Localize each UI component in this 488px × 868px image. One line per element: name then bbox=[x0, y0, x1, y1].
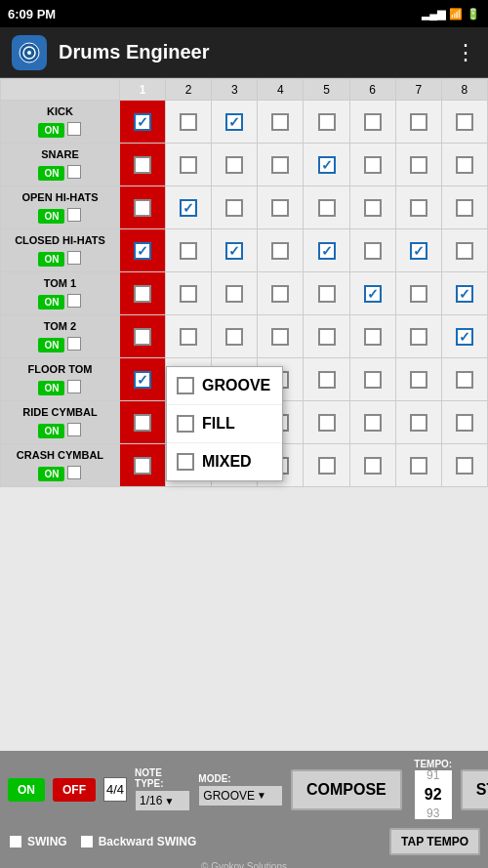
beat-checkbox-unchecked[interactable] bbox=[271, 199, 289, 217]
mode-select[interactable]: GROOVE ▼ bbox=[198, 785, 283, 806]
beat-5-cell-7[interactable] bbox=[304, 401, 349, 444]
beat-checkbox-unchecked[interactable] bbox=[134, 285, 151, 303]
dropdown-cb-fill[interactable] bbox=[177, 415, 194, 433]
beat-checkbox-unchecked[interactable] bbox=[180, 328, 197, 346]
beat-8-cell-0[interactable] bbox=[441, 101, 487, 144]
drum-on-button[interactable]: ON bbox=[38, 424, 64, 438]
beat-checkbox-unchecked[interactable] bbox=[271, 113, 289, 131]
beat-5-cell-6[interactable] bbox=[304, 358, 349, 401]
beat-8-cell-6[interactable] bbox=[441, 358, 487, 401]
beat-4-cell-1[interactable] bbox=[258, 144, 304, 186]
beat-2-cell-4[interactable] bbox=[166, 272, 212, 315]
beat-8-cell-8[interactable] bbox=[441, 444, 487, 487]
beat-7-cell-1[interactable] bbox=[395, 144, 441, 186]
beat-checkbox-unchecked[interactable] bbox=[318, 414, 336, 432]
beat-checkbox-checked[interactable]: ✓ bbox=[318, 156, 336, 174]
beat-1-cell-7[interactable] bbox=[119, 401, 165, 444]
beat-7-cell-3[interactable]: ✓ bbox=[395, 229, 441, 272]
beat-5-cell-3[interactable]: ✓ bbox=[304, 229, 349, 272]
beat-checkbox-unchecked[interactable] bbox=[364, 371, 382, 389]
beat-checkbox-unchecked[interactable] bbox=[364, 156, 382, 174]
beat-5-cell-5[interactable] bbox=[304, 315, 349, 358]
beat-8-cell-5[interactable]: ✓ bbox=[441, 315, 487, 358]
beat-3-cell-1[interactable] bbox=[212, 144, 258, 186]
beat-8-cell-7[interactable] bbox=[441, 401, 487, 444]
backward-swing-checkbox[interactable] bbox=[79, 834, 95, 849]
beat-checkbox-checked[interactable]: ✓ bbox=[225, 113, 243, 131]
beat-2-cell-3[interactable] bbox=[166, 229, 212, 272]
beat-1-cell-4[interactable] bbox=[119, 272, 165, 315]
beat-checkbox-unchecked[interactable] bbox=[180, 156, 197, 174]
beat-1-cell-2[interactable] bbox=[119, 186, 165, 229]
beat-checkbox-unchecked[interactable] bbox=[180, 113, 197, 131]
beat-checkbox-unchecked[interactable] bbox=[225, 156, 243, 174]
drum-small-checkbox[interactable] bbox=[67, 423, 81, 436]
drum-on-button[interactable]: ON bbox=[38, 123, 64, 138]
beat-checkbox-unchecked[interactable] bbox=[318, 285, 336, 303]
beat-6-cell-1[interactable] bbox=[349, 144, 395, 186]
beat-checkbox-checked[interactable]: ✓ bbox=[180, 199, 197, 217]
beat-checkbox-unchecked[interactable] bbox=[410, 328, 427, 346]
beat-5-cell-8[interactable] bbox=[304, 444, 349, 487]
beat-checkbox-checked[interactable]: ✓ bbox=[364, 285, 382, 303]
toolbar-on-button[interactable]: ON bbox=[8, 778, 45, 802]
beat-6-cell-5[interactable] bbox=[349, 315, 395, 358]
beat-checkbox-checked[interactable]: ✓ bbox=[410, 242, 427, 260]
beat-checkbox-checked[interactable]: ✓ bbox=[318, 242, 336, 260]
beat-checkbox-unchecked[interactable] bbox=[410, 371, 427, 389]
dropdown-cb-mixed[interactable] bbox=[177, 453, 194, 471]
drum-small-checkbox[interactable] bbox=[67, 294, 81, 308]
beat-3-cell-0[interactable]: ✓ bbox=[212, 101, 258, 144]
drum-small-checkbox[interactable] bbox=[67, 122, 81, 136]
beat-checkbox-unchecked[interactable] bbox=[134, 199, 151, 217]
beat-8-cell-4[interactable]: ✓ bbox=[441, 272, 487, 315]
beat-checkbox-unchecked[interactable] bbox=[225, 285, 243, 303]
drum-small-checkbox[interactable] bbox=[67, 208, 81, 222]
dropdown-item-mixed[interactable]: MIXED bbox=[167, 443, 282, 480]
beat-1-cell-0[interactable]: ✓ bbox=[119, 101, 165, 144]
beat-checkbox-unchecked[interactable] bbox=[456, 242, 473, 260]
tempo-scroll[interactable]: 91 92 93 bbox=[414, 769, 453, 820]
mode-dropdown[interactable]: GROOVE FILL MIXED bbox=[166, 366, 283, 481]
beat-checkbox-unchecked[interactable] bbox=[318, 328, 336, 346]
beat-checkbox-unchecked[interactable] bbox=[271, 328, 289, 346]
drum-small-checkbox[interactable] bbox=[67, 380, 81, 393]
beat-2-cell-2[interactable]: ✓ bbox=[166, 186, 212, 229]
beat-5-cell-0[interactable] bbox=[304, 101, 349, 144]
beat-7-cell-4[interactable] bbox=[395, 272, 441, 315]
drum-on-button[interactable]: ON bbox=[38, 252, 64, 267]
drum-small-checkbox[interactable] bbox=[67, 337, 81, 351]
drum-on-button[interactable]: ON bbox=[38, 467, 64, 481]
drum-on-button[interactable]: ON bbox=[38, 209, 64, 224]
beat-2-cell-5[interactable] bbox=[166, 315, 212, 358]
beat-checkbox-unchecked[interactable] bbox=[456, 156, 473, 174]
beat-checkbox-unchecked[interactable] bbox=[364, 414, 382, 432]
beat-5-cell-4[interactable] bbox=[304, 272, 349, 315]
beat-checkbox-unchecked[interactable] bbox=[364, 457, 382, 475]
beat-5-cell-1[interactable]: ✓ bbox=[304, 144, 349, 186]
beat-checkbox-unchecked[interactable] bbox=[410, 156, 427, 174]
beat-2-cell-0[interactable] bbox=[166, 101, 212, 144]
time-signature[interactable]: 4/4 bbox=[103, 777, 127, 802]
beat-7-cell-5[interactable] bbox=[395, 315, 441, 358]
beat-checkbox-checked[interactable]: ✓ bbox=[456, 328, 473, 346]
beat-checkbox-unchecked[interactable] bbox=[134, 328, 151, 346]
drum-small-checkbox[interactable] bbox=[67, 251, 81, 265]
beat-6-cell-7[interactable] bbox=[349, 401, 395, 444]
drum-on-button[interactable]: ON bbox=[38, 295, 64, 310]
beat-7-cell-2[interactable] bbox=[395, 186, 441, 229]
beat-3-cell-4[interactable] bbox=[212, 272, 258, 315]
beat-4-cell-0[interactable] bbox=[258, 101, 304, 144]
beat-2-cell-1[interactable] bbox=[166, 144, 212, 186]
beat-6-cell-6[interactable] bbox=[349, 358, 395, 401]
beat-3-cell-5[interactable] bbox=[212, 315, 258, 358]
beat-checkbox-unchecked[interactable] bbox=[318, 457, 336, 475]
beat-checkbox-unchecked[interactable] bbox=[225, 328, 243, 346]
dropdown-cb-groove[interactable] bbox=[177, 377, 194, 394]
drum-small-checkbox[interactable] bbox=[67, 466, 81, 479]
beat-5-cell-2[interactable] bbox=[304, 186, 349, 229]
beat-checkbox-unchecked[interactable] bbox=[364, 328, 382, 346]
beat-checkbox-unchecked[interactable] bbox=[134, 156, 151, 174]
drum-on-button[interactable]: ON bbox=[38, 338, 64, 352]
beat-1-cell-8[interactable] bbox=[119, 444, 165, 487]
